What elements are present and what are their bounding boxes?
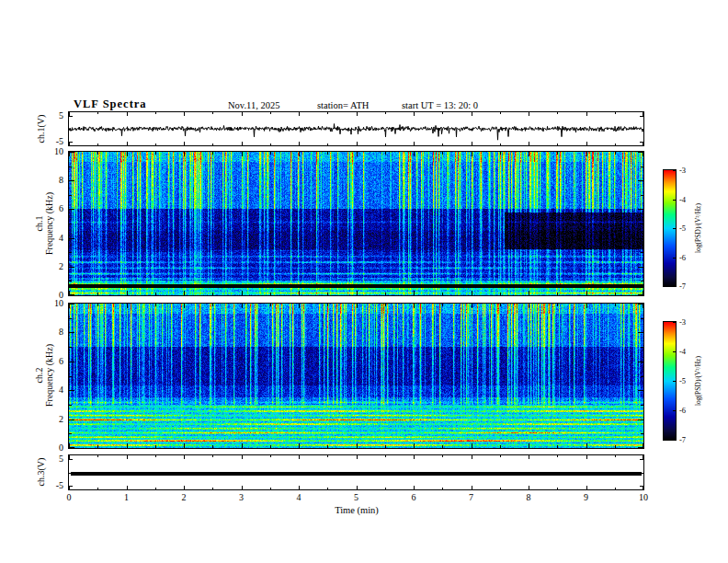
time-tick-label: 8 bbox=[527, 493, 531, 502]
ch1-spectrogram-panel bbox=[68, 151, 644, 296]
voltage-tick-label: -5 bbox=[56, 137, 63, 146]
freq-tick-label: 0 bbox=[59, 443, 63, 453]
ch2-frequency-axis-label: ch.2 Frequency (kHz) bbox=[34, 344, 54, 407]
axis-label-line: Frequency (kHz) bbox=[44, 344, 54, 407]
ch1-voltage-axis-label: ch.1(V) bbox=[36, 115, 46, 144]
freq-tick-label: 4 bbox=[59, 234, 63, 243]
axis-label-line: Frequency (kHz) bbox=[44, 192, 54, 255]
freq-tick-label: 6 bbox=[59, 204, 63, 213]
ch1-waveform-panel bbox=[68, 111, 644, 146]
colorbar-tick-label: -7 bbox=[679, 282, 686, 291]
time-tick-label: 7 bbox=[469, 493, 473, 502]
ch1-colorbar bbox=[663, 169, 677, 287]
freq-tick-label: 6 bbox=[59, 357, 63, 366]
start-ut-label: start UT = 13: 20: 0 bbox=[402, 100, 478, 110]
colorbar-tick-label: -4 bbox=[679, 348, 686, 356]
colorbar-tick-label: -3 bbox=[679, 318, 686, 327]
ch3-waveform-panel bbox=[68, 454, 644, 490]
voltage-tick-label: 5 bbox=[59, 454, 63, 464]
ch2-colorbar bbox=[663, 321, 677, 441]
colorbar1-title: log(PSD)/(V²/Hz) bbox=[694, 203, 702, 253]
time-tick-label: 4 bbox=[297, 493, 301, 502]
ch1-frequency-axis-label: ch.1 Frequency (kHz) bbox=[34, 192, 54, 255]
time-tick-label: 9 bbox=[584, 493, 588, 502]
colorbar-tick-label: -4 bbox=[679, 195, 686, 203]
ch2-spectrogram-panel bbox=[68, 303, 644, 449]
station-label: station= ATH bbox=[317, 100, 369, 110]
vlf-spectra-figure: VLF Spectra Nov.11, 2025 station= ATH st… bbox=[0, 0, 728, 563]
voltage-tick-label: -5 bbox=[56, 481, 63, 490]
freq-tick-label: 2 bbox=[59, 262, 63, 271]
axis-label-line: ch.2 bbox=[34, 344, 44, 407]
freq-tick-label: 2 bbox=[59, 415, 63, 424]
axis-label-line: ch.1 bbox=[34, 192, 44, 255]
time-tick-label: 1 bbox=[124, 493, 129, 502]
colorbar-tick-label: -7 bbox=[679, 436, 686, 444]
figure-date: Nov.11, 2025 bbox=[228, 100, 279, 110]
voltage-tick-label: 5 bbox=[59, 111, 63, 121]
colorbar-tick-label: -6 bbox=[679, 253, 686, 261]
colorbar2-title: log(PSD)/(V²/Hz) bbox=[694, 356, 702, 406]
figure-title: VLF Spectra bbox=[74, 98, 147, 111]
time-tick-label: 10 bbox=[639, 493, 648, 502]
time-tick-label: 5 bbox=[354, 493, 358, 502]
colorbar-tick-label: -3 bbox=[679, 167, 686, 175]
time-axis-title: Time (min) bbox=[335, 505, 379, 515]
ch3-voltage-axis-label: ch.3(V) bbox=[36, 458, 46, 487]
freq-tick-label: 8 bbox=[59, 176, 63, 185]
time-tick-label: 2 bbox=[182, 493, 187, 502]
freq-tick-label: 10 bbox=[54, 299, 63, 308]
colorbar-tick-label: -6 bbox=[679, 407, 686, 415]
freq-tick-label: 4 bbox=[59, 385, 63, 395]
colorbar-tick-label: -5 bbox=[679, 224, 686, 233]
freq-tick-label: 10 bbox=[54, 147, 63, 156]
time-tick-label: 6 bbox=[412, 493, 416, 502]
freq-tick-label: 8 bbox=[59, 327, 63, 337]
time-tick-label: 3 bbox=[239, 493, 244, 502]
time-tick-label: 0 bbox=[67, 493, 72, 502]
colorbar-tick-label: -5 bbox=[679, 377, 686, 385]
